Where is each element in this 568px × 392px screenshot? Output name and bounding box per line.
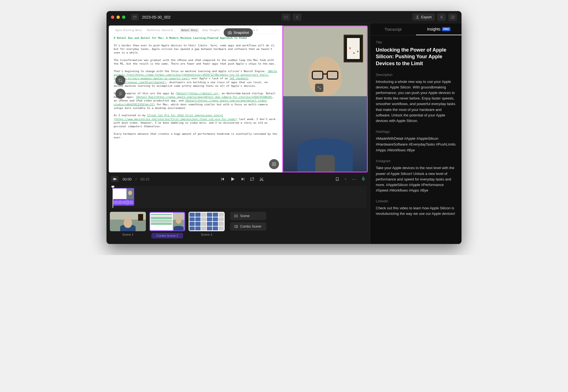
title-section-label: Title — [376, 40, 456, 44]
editor-column: Apple Briefing Notes MacStories Unwind W… — [106, 23, 370, 244]
expand-icon — [317, 86, 321, 90]
tab-insights[interactable]: Insights PRO — [416, 23, 462, 35]
instagram-section-label: Instagram — [376, 159, 456, 163]
camera-indicator[interactable] — [111, 176, 119, 182]
svg-rect-0 — [133, 16, 136, 18]
more-options-button[interactable]: ⋯ — [352, 177, 357, 182]
mic-button[interactable] — [361, 177, 366, 182]
scene-label: Scene 1 — [122, 233, 133, 236]
close-window-button[interactable] — [111, 16, 114, 19]
description-section-label: Description — [376, 73, 456, 77]
insights-panel: Transcript Insights PRO Title Unlocking … — [370, 23, 462, 244]
scene-label: Combo Scene 2 — [151, 233, 183, 238]
svg-rect-5 — [272, 162, 274, 164]
panel-body: Title Unlocking the Power of Apple Silic… — [370, 35, 462, 244]
main-area: Apple Briefing Notes MacStories Unwind W… — [106, 23, 462, 244]
svg-rect-6 — [274, 162, 276, 164]
insight-hashtags: #MadeWithDetail #Apple #AppleSilicon #Ha… — [376, 136, 456, 153]
browser-tab: Detail Story — [180, 28, 199, 32]
screenshare-source: Apple Briefing Notes MacStories Unwind W… — [109, 26, 282, 172]
effects-button[interactable] — [115, 89, 125, 99]
bookmark-button[interactable] — [335, 177, 339, 181]
snapshot-button[interactable]: Snapshot — [224, 28, 253, 37]
crop-tool-button[interactable] — [115, 75, 125, 85]
window-controls — [111, 16, 125, 19]
scene-label: Scene 3 — [201, 233, 212, 236]
scene-thumbnail[interactable] — [110, 212, 146, 231]
svg-rect-2 — [296, 16, 298, 18]
grid-icon — [272, 162, 276, 166]
play-button[interactable] — [230, 176, 235, 182]
webcam-source[interactable]: ✦✦✦ — [282, 26, 368, 172]
app-window: 2023-05-30_002 Export Apple Briefing Not… — [106, 11, 462, 244]
hashtags-section-label: Hashtags — [376, 130, 456, 134]
microphone-icon — [361, 177, 366, 181]
doc-paragraph: That's beginning to change with the focu… — [114, 69, 277, 88]
doc-paragraph: It's harder than ever to push Apple devi… — [114, 44, 277, 55]
expand-source-button[interactable] — [315, 84, 323, 92]
scenes-row: Scene 1 Combo Scene 2 Scene 3 — [106, 208, 370, 244]
svg-point-9 — [229, 32, 230, 33]
tab-transcript[interactable]: Transcript — [370, 23, 416, 35]
desktop-layout-button[interactable] — [282, 14, 290, 21]
svg-rect-8 — [274, 164, 276, 166]
sidebar-icon — [451, 15, 455, 19]
scene-thumbnail[interactable] — [189, 212, 225, 231]
scene-thumbnail[interactable] — [149, 212, 185, 231]
user-icon — [440, 15, 443, 19]
current-time: 00:00 — [123, 177, 132, 181]
doc-paragraph: Every hardware advance that creates a hu… — [114, 132, 277, 139]
scene-item[interactable]: Combo Scene 2 — [149, 212, 185, 238]
webcam-feed: ✦✦✦ — [283, 26, 367, 172]
camera-icon — [228, 31, 232, 35]
svg-point-17 — [235, 216, 235, 216]
doc-paragraph: The transformation was gradual with the … — [114, 58, 277, 66]
mobile-layout-button[interactable] — [293, 14, 301, 21]
svg-point-3 — [441, 16, 442, 17]
playhead[interactable] — [113, 186, 113, 208]
panel-tabs: Transcript Insights PRO — [370, 23, 462, 35]
loop-button[interactable] — [250, 177, 254, 181]
linkedin-section-label: Linkedin — [376, 199, 456, 203]
insight-description: Introducing a whole new way to use your … — [376, 79, 456, 124]
combo-scene-icon — [234, 225, 238, 228]
add-combo-scene-button[interactable]: Combo Scene — [230, 222, 266, 231]
insight-linkedin: Check out this video to learn how Apple … — [376, 205, 456, 217]
svg-rect-12 — [244, 178, 244, 181]
browser-tab: Deep Thoughts — [201, 28, 222, 32]
cut-button[interactable] — [259, 177, 264, 181]
insight-instagram: Take your Apple devices to the next leve… — [376, 165, 456, 193]
scene-icon — [234, 214, 238, 218]
skip-back-button[interactable] — [220, 177, 225, 181]
timeline[interactable] — [110, 186, 367, 208]
scene-item[interactable]: Scene 1 — [110, 212, 146, 236]
layout-grid-button[interactable] — [269, 159, 279, 169]
scene-item[interactable]: Scene 3 — [189, 212, 225, 236]
pro-badge: PRO — [442, 27, 450, 31]
add-scene-label: Scene — [240, 214, 250, 218]
snapshot-label: Snapshot — [234, 30, 249, 35]
chevron-down-icon[interactable] — [344, 177, 347, 181]
transport-bar: 00:00 / 00:15 ⋯ — [106, 172, 370, 186]
add-scene-button[interactable]: Scene — [230, 212, 266, 220]
document-icon — [131, 14, 139, 21]
browser-tab: Apple Briefing Notes — [114, 28, 144, 32]
time-separator: / — [136, 177, 137, 181]
skip-forward-button[interactable] — [240, 177, 245, 181]
duration: 00:15 — [140, 177, 149, 181]
svg-rect-1 — [284, 16, 288, 18]
panel-toggle-button[interactable] — [448, 13, 457, 21]
minimize-window-button[interactable] — [116, 16, 120, 19]
add-combo-scene-label: Combo Scene — [240, 225, 261, 228]
timeline-clip[interactable] — [113, 188, 134, 206]
svg-rect-15 — [363, 177, 364, 179]
export-button[interactable]: Export — [412, 13, 435, 21]
share-icon — [415, 15, 419, 19]
account-button[interactable] — [437, 13, 446, 21]
zoom-window-button[interactable] — [122, 16, 125, 19]
preview-canvas[interactable]: Apple Briefing Notes MacStories Unwind W… — [109, 26, 368, 172]
export-label: Export — [421, 15, 432, 19]
insight-title: Unlocking the Power of Apple Silicon: Pu… — [376, 47, 456, 67]
crop-icon — [118, 78, 123, 83]
svg-rect-10 — [113, 178, 115, 180]
